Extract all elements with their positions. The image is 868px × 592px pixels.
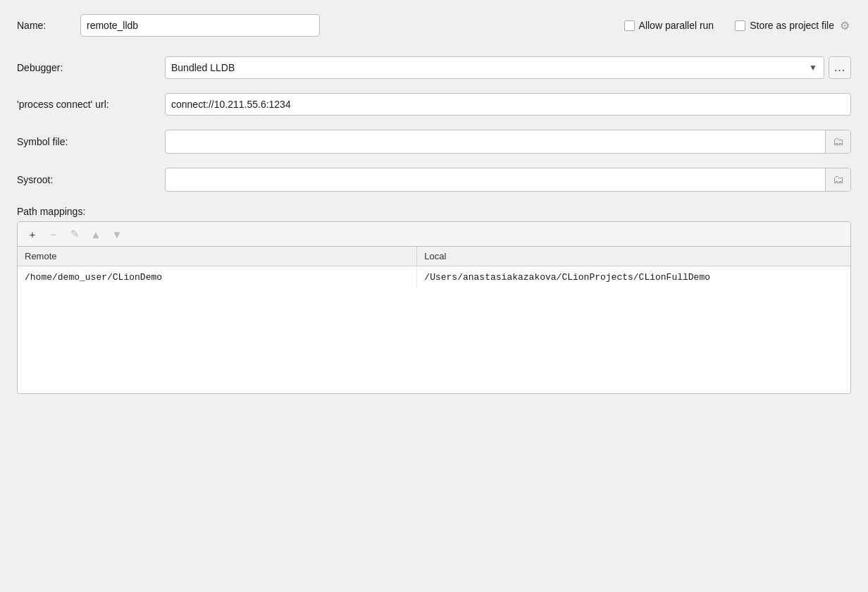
symbol-file-browse-button[interactable]: 🗂 bbox=[825, 130, 850, 153]
gear-icon[interactable]: ⚙ bbox=[838, 19, 851, 32]
folder-icon-sysroot: 🗂 bbox=[833, 173, 844, 186]
debugger-control: Bundled LLDB Custom LLDB ▼ ... bbox=[165, 56, 851, 79]
checkbox-group: Allow parallel run Store as project file… bbox=[624, 19, 851, 32]
allow-parallel-label: Allow parallel run bbox=[639, 20, 714, 31]
table-body: /home/demo_user/CLionDemo /Users/anastas… bbox=[18, 266, 850, 393]
name-input[interactable] bbox=[80, 14, 320, 37]
symbol-file-label: Symbol file: bbox=[17, 136, 165, 147]
process-connect-control bbox=[165, 93, 851, 116]
process-connect-row: 'process connect' url: bbox=[17, 93, 851, 116]
path-mappings-toolbar: + − ✎ ▲ ▼ bbox=[18, 222, 850, 247]
debugger-select[interactable]: Bundled LLDB Custom LLDB bbox=[165, 56, 824, 79]
store-as-project-checkbox[interactable] bbox=[735, 20, 745, 31]
symbol-file-input[interactable] bbox=[166, 130, 825, 153]
path-mappings-table: + − ✎ ▲ ▼ Remote Local /home/demo_user/C… bbox=[17, 221, 851, 394]
move-up-button[interactable]: ▲ bbox=[87, 226, 105, 242]
name-label: Name: bbox=[17, 20, 73, 31]
sysroot-browse-button[interactable]: 🗂 bbox=[825, 168, 850, 191]
add-mapping-button[interactable]: + bbox=[23, 226, 42, 242]
table-header: Remote Local bbox=[18, 247, 850, 266]
debugger-label: Debugger: bbox=[17, 62, 165, 73]
store-as-project-item: Store as project file ⚙ bbox=[735, 19, 851, 32]
edit-mapping-button[interactable]: ✎ bbox=[66, 226, 84, 242]
cell-local-0: /Users/anastasiakazakova/CLionProjects/C… bbox=[417, 266, 850, 288]
symbol-file-control: 🗂 bbox=[165, 130, 851, 154]
column-local-header: Local bbox=[417, 247, 850, 266]
folder-icon: 🗂 bbox=[833, 135, 844, 148]
symbol-file-row: Symbol file: 🗂 bbox=[17, 130, 851, 154]
sysroot-control: 🗂 bbox=[165, 168, 851, 192]
path-mappings-label: Path mappings: bbox=[17, 206, 85, 217]
table-row[interactable]: /home/demo_user/CLionDemo /Users/anastas… bbox=[18, 266, 850, 288]
sysroot-label: Sysroot: bbox=[17, 174, 165, 185]
process-connect-input[interactable] bbox=[165, 93, 851, 116]
name-row: Name: Allow parallel run Store as projec… bbox=[17, 14, 851, 37]
debugger-ellipsis-button[interactable]: ... bbox=[829, 56, 851, 79]
allow-parallel-checkbox[interactable] bbox=[624, 20, 635, 31]
move-down-button[interactable]: ▼ bbox=[108, 226, 126, 242]
debugger-row: Debugger: Bundled LLDB Custom LLDB ▼ ... bbox=[17, 56, 851, 79]
path-mappings-section: Path mappings: + − ✎ ▲ ▼ Remote Local /h… bbox=[17, 206, 851, 394]
run-config-form: Name: Allow parallel run Store as projec… bbox=[17, 14, 851, 408]
allow-parallel-item: Allow parallel run bbox=[624, 20, 714, 31]
remove-mapping-button[interactable]: − bbox=[44, 226, 63, 242]
debugger-select-wrapper: Bundled LLDB Custom LLDB ▼ bbox=[165, 56, 824, 79]
store-as-project-label: Store as project file bbox=[750, 20, 834, 31]
process-connect-label: 'process connect' url: bbox=[17, 99, 165, 110]
column-remote-header: Remote bbox=[18, 247, 417, 266]
cell-remote-0: /home/demo_user/CLionDemo bbox=[18, 266, 417, 288]
sysroot-input[interactable] bbox=[166, 168, 825, 191]
sysroot-row: Sysroot: 🗂 bbox=[17, 168, 851, 192]
